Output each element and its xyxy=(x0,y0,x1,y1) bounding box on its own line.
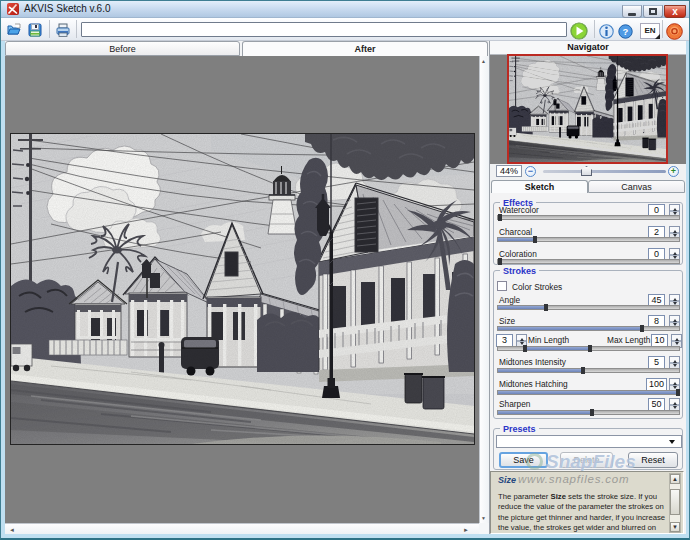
svg-text:?: ? xyxy=(623,26,629,37)
